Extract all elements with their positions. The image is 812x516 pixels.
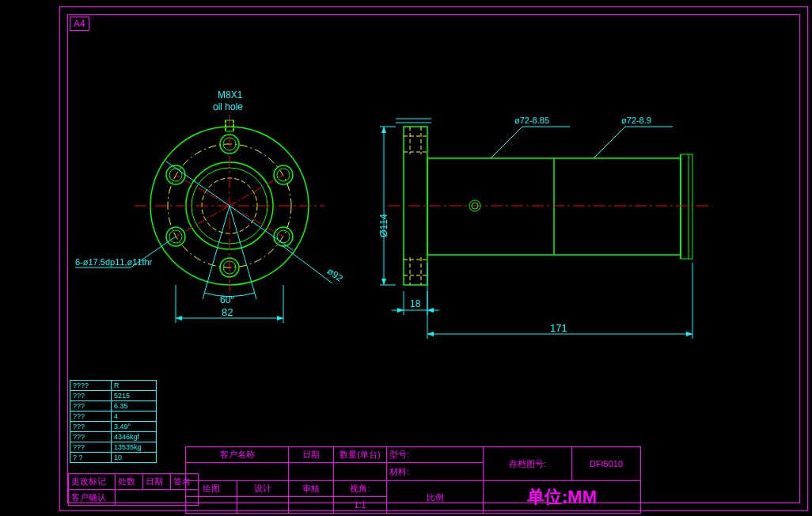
svg-marker-67 [427, 332, 434, 336]
dim18-label: 18 [410, 298, 420, 309]
diam114-label: Ø114 [378, 214, 389, 237]
unit-label: 单位:MM [527, 487, 597, 507]
svg-line-33 [282, 245, 332, 283]
drawing-canvas: A4 [0, 0, 812, 516]
dim82-label: 82 [222, 306, 233, 318]
thread-label: M8X1 [218, 89, 242, 101]
svg-marker-58 [381, 279, 386, 285]
svg-marker-57 [381, 127, 386, 133]
diam72b-label: ø72-8.9 [621, 116, 651, 125]
svg-marker-31 [176, 316, 182, 321]
side-view [380, 119, 712, 339]
svg-line-71 [594, 127, 625, 158]
svg-marker-32 [277, 316, 283, 321]
svg-rect-42 [681, 154, 692, 259]
front-view [75, 115, 332, 323]
angle60-label: 60° [220, 294, 234, 305]
titleblock-left: 更改标记 处数 日期 签名 客户确认 [68, 473, 199, 506]
svg-marker-68 [686, 332, 692, 336]
titleblock-main: 客户名称 日期 数量(单台) 型号: 存档图号: DFI5010 材料: 绘图 … [185, 446, 641, 514]
dim171-label: 171 [550, 322, 567, 334]
diam72a-label: ø72-8.85 [514, 116, 549, 125]
parameter-table: ????R ???5215 ???6.35 ???4 ???3.49° ???4… [70, 380, 157, 463]
oilhole-label: oil hole [213, 101, 243, 112]
svg-marker-62 [397, 308, 404, 313]
holespec-label: 6-ø17.5dp11,ø11thr [75, 257, 152, 267]
svg-line-69 [491, 127, 522, 158]
svg-marker-63 [427, 308, 434, 313]
